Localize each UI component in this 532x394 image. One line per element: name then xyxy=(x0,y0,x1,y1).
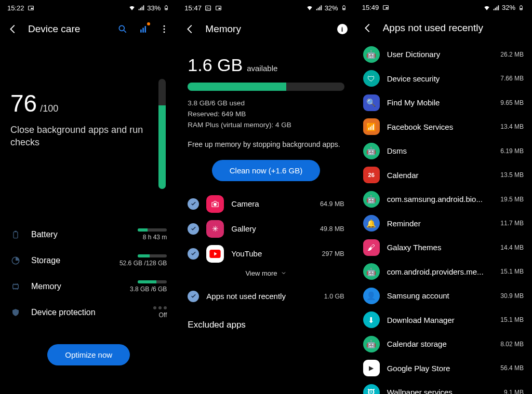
back-icon[interactable] xyxy=(7,23,19,35)
app-size: 30.9 MB xyxy=(500,292,524,300)
app-name: YouTube xyxy=(231,249,314,258)
device-care-hero: 76 /100 Close background apps and run ch… xyxy=(0,43,177,149)
view-more-label: View more xyxy=(245,269,277,277)
app-icon: 🤖 xyxy=(363,336,380,352)
more-icon[interactable] xyxy=(158,23,170,35)
signal-icon xyxy=(315,4,323,11)
excluded-apps-row[interactable]: Excluded apps xyxy=(177,320,354,330)
list-item[interactable]: 🖌Galaxy Themes14.4 MB xyxy=(363,236,524,260)
row-memory[interactable]: Memory 3.8 GB /6 GB xyxy=(10,274,167,300)
battery-icon xyxy=(163,4,170,11)
score-bar xyxy=(158,79,166,189)
back-icon[interactable] xyxy=(362,22,374,34)
list-item[interactable]: 🤖com.samsung.android.bio...19.5 MB xyxy=(363,187,524,212)
app-name: Camera xyxy=(231,199,313,208)
list-item[interactable]: 🤖Calendar storage8.02 MB xyxy=(363,332,524,357)
bars-icon[interactable] xyxy=(138,23,149,35)
app-item-youtube[interactable]: YouTube 297 MB xyxy=(188,241,344,266)
checkbox-icon[interactable] xyxy=(188,223,199,235)
available-label: available xyxy=(247,64,277,73)
anur-app-list: 🤖User Dictionary26.2 MB🛡Device security7… xyxy=(355,42,532,394)
app-icon: 👤 xyxy=(363,288,380,304)
score-max: /100 xyxy=(40,103,58,114)
pip-icon xyxy=(382,4,389,11)
list-item[interactable]: 🔍Find My Mobile9.65 MB xyxy=(363,91,524,115)
app-icon: ▶ xyxy=(363,360,380,376)
optimize-button[interactable]: Optimize now xyxy=(47,344,130,365)
header-apps-not-used: Apps not used recently xyxy=(355,15,532,42)
panel-apps-not-used: 15:49 32% Apps not used recently 🤖User D… xyxy=(355,0,532,394)
app-size: 6.19 MB xyxy=(500,147,524,155)
svg-rect-8 xyxy=(145,26,147,32)
checkbox-icon[interactable] xyxy=(188,198,199,210)
apps-not-used-row[interactable]: Apps not used recently 1.0 GB xyxy=(177,291,354,302)
battery-icon xyxy=(517,4,525,11)
svg-rect-3 xyxy=(166,8,167,9)
shield-icon xyxy=(10,307,21,318)
status-time: 15:47 xyxy=(184,4,202,12)
info-icon[interactable]: i xyxy=(337,24,348,34)
header-device-care: Device care xyxy=(0,16,177,43)
status-bar: 15:22 33% xyxy=(0,0,177,16)
status-battery-pct: 33% xyxy=(147,4,161,12)
back-icon[interactable] xyxy=(184,23,196,35)
checkbox-icon[interactable] xyxy=(188,248,199,260)
app-size: 9.1 MB xyxy=(504,389,524,394)
app-name: com.samsung.android.bio... xyxy=(387,195,494,203)
list-item[interactable]: 🛡Device security7.66 MB xyxy=(363,66,524,91)
svg-rect-28 xyxy=(520,8,522,9)
app-icon: ⬇ xyxy=(363,311,380,328)
row-device-protection[interactable]: Device protection Off xyxy=(10,300,167,325)
list-item[interactable]: ▶Google Play Store56.4 MB xyxy=(363,356,524,381)
list-item[interactable]: 📶Facebook Services13.4 MB xyxy=(363,115,524,139)
panel-memory: 15:47 32% Memory i 1.6 GB available 3.8 … xyxy=(177,0,354,394)
search-icon[interactable] xyxy=(117,23,128,35)
app-item-camera[interactable]: Camera 64.9 MB xyxy=(188,192,344,216)
list-item[interactable]: 🤖Dsms6.19 MB xyxy=(363,139,524,164)
memory-hero: 1.6 GB available 3.8 GB/6 GB used Reserv… xyxy=(177,43,354,181)
panel-device-care: 15:22 33% Device care 76 xyxy=(0,0,177,394)
page-title: Device care xyxy=(28,23,108,35)
pip-icon xyxy=(28,4,35,11)
svg-rect-7 xyxy=(143,28,144,33)
app-size: 13.4 MB xyxy=(500,123,524,130)
list-item[interactable]: 🤖User Dictionary26.2 MB xyxy=(363,43,524,67)
row-storage[interactable]: Storage 52.6 GB /128 GB xyxy=(10,248,167,274)
battery-icon xyxy=(340,4,348,11)
pip-icon xyxy=(215,4,222,11)
battery-icon xyxy=(10,229,21,240)
app-size: 11.7 MB xyxy=(500,220,524,227)
row-battery[interactable]: Battery 8 h 43 m xyxy=(10,222,167,248)
row-label: Battery xyxy=(31,230,58,239)
app-icon: 🤖 xyxy=(363,191,380,208)
app-name: Samsung account xyxy=(387,291,494,300)
svg-rect-22 xyxy=(343,5,344,6)
page-title: Memory xyxy=(205,23,327,35)
list-item[interactable]: 🔔Reminder11.7 MB xyxy=(363,211,524,236)
row-label: Memory xyxy=(31,282,61,291)
list-item[interactable]: 26Calendar13.5 MB xyxy=(363,163,524,187)
list-item[interactable]: 🤖com.android.providers.me...15.1 MB xyxy=(363,260,524,284)
app-name: Gallery xyxy=(231,224,313,233)
app-name: Wallpaper services xyxy=(387,388,497,394)
list-item[interactable]: 🖼Wallpaper services9.1 MB xyxy=(363,381,524,394)
checkbox-icon[interactable] xyxy=(188,291,199,302)
memory-used: 3.8 GB/6 GB used xyxy=(188,98,344,109)
row-label: Storage xyxy=(31,256,60,265)
storage-icon xyxy=(10,255,21,266)
clean-now-button[interactable]: Clean now (+1.6 GB) xyxy=(212,160,321,181)
view-more-button[interactable]: View more xyxy=(188,269,344,277)
app-list: Camera 64.9 MB ✳ Gallery 49.8 MB YouTube… xyxy=(177,192,354,277)
row-value: 3.8 GB /6 GB xyxy=(130,286,167,293)
app-item-gallery[interactable]: ✳ Gallery 49.8 MB xyxy=(188,216,344,241)
app-name: Facebook Services xyxy=(387,123,494,131)
wifi-icon xyxy=(128,4,136,11)
list-item[interactable]: ⬇Download Manager15.1 MB xyxy=(363,308,524,332)
row-value: 52.6 GB /128 GB xyxy=(119,260,167,267)
list-item[interactable]: 👤Samsung account30.9 MB xyxy=(363,284,524,308)
row-value: Off xyxy=(153,311,167,319)
app-name: Find My Mobile xyxy=(387,98,494,107)
available-amount: 1.6 GB xyxy=(188,55,243,75)
svg-rect-29 xyxy=(521,5,522,6)
status-bar: 15:47 32% xyxy=(177,0,354,16)
